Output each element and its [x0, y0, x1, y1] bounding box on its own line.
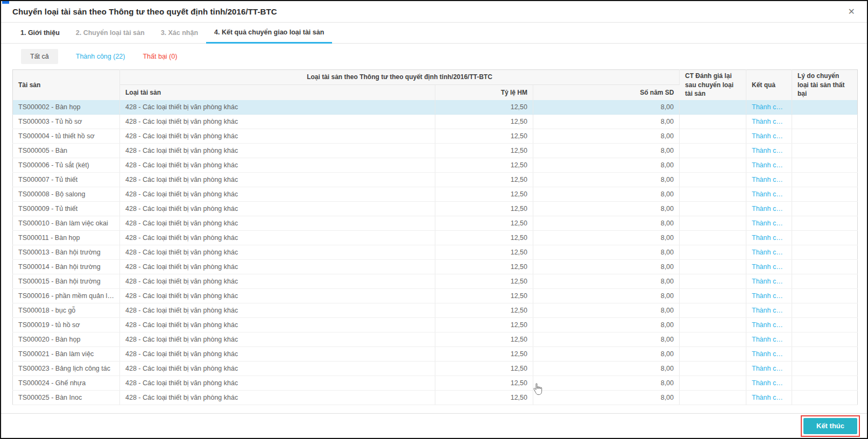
step-chuyen-loai[interactable]: 2. Chuyển loại tài sản — [68, 23, 153, 43]
cell-type: 428 - Các loại thiết bị văn phòng khác — [120, 274, 435, 289]
cell-result: Thành công — [746, 362, 792, 376]
cell-rate: 12,50 — [435, 187, 533, 202]
cell-years: 8,00 — [533, 332, 680, 347]
cell-ct — [680, 318, 746, 332]
table-row[interactable]: TS000007 - Tủ thiết428 - Các loại thiết … — [13, 173, 858, 187]
table-row[interactable]: TS000006 - Tủ sắt (két)428 - Các loại th… — [13, 158, 858, 173]
cell-result: Thành công — [746, 216, 792, 231]
cell-rate: 12,50 — [435, 362, 533, 376]
cell-type: 428 - Các loại thiết bị văn phòng khác — [120, 260, 435, 274]
table-row[interactable]: TS000013 - Bàn hội trường428 - Các loại … — [13, 245, 858, 260]
table-row[interactable]: TS000025 - Bàn Inoc428 - Các loại thiết … — [13, 391, 858, 405]
cell-ct — [680, 173, 746, 187]
cell-asset: TS000011 - Bàn họp — [13, 231, 120, 245]
cell-years: 8,00 — [533, 100, 680, 115]
step-gioi-thieu[interactable]: 1. Giới thiệu — [12, 23, 68, 43]
table-row[interactable]: TS000002 - Bàn họp428 - Các loại thiết b… — [13, 100, 858, 115]
table-row[interactable]: TS000004 - tủ thiết hồ sơ428 - Các loại … — [13, 129, 858, 144]
cell-ct — [680, 245, 746, 260]
table-row[interactable]: TS000020 - Bàn họp428 - Các loại thiết b… — [13, 332, 858, 347]
table-row[interactable]: TS000008 - Bộ salong428 - Các loại thiết… — [13, 187, 858, 202]
cell-type: 428 - Các loại thiết bị văn phòng khác — [120, 318, 435, 332]
cell-years: 8,00 — [533, 347, 680, 362]
screenshot-corner-artifact — [2, 1, 9, 4]
cell-rate: 12,50 — [435, 303, 533, 318]
cell-reason — [792, 144, 858, 158]
table-row[interactable]: TS000024 - Ghế nhựa428 - Các loại thiết … — [13, 376, 858, 391]
cell-result: Thành công — [746, 245, 792, 260]
cell-result: Thành công — [746, 173, 792, 187]
table-row[interactable]: TS000014 - Bàn hội trường428 - Các loại … — [13, 260, 858, 274]
filter-fail[interactable]: Thất bại (0) — [143, 53, 177, 60]
cell-years: 8,00 — [533, 144, 680, 158]
cell-result: Thành công — [746, 391, 792, 405]
cell-asset: TS000021 - Bàn làm việc — [13, 347, 120, 362]
cell-type: 428 - Các loại thiết bị văn phòng khác — [120, 347, 435, 362]
finish-button[interactable]: Kết thúc — [803, 418, 857, 434]
cell-rate: 12,50 — [435, 100, 533, 115]
cell-rate: 12,50 — [435, 245, 533, 260]
cell-ct — [680, 115, 746, 129]
cell-rate: 12,50 — [435, 231, 533, 245]
cell-result: Thành công — [746, 303, 792, 318]
cell-asset: TS000002 - Bàn họp — [13, 100, 120, 115]
table-row[interactable]: TS000009 - Tủ thiết428 - Các loại thiết … — [13, 202, 858, 216]
col-group-header: Loại tài sản theo Thông tư theo quyết đị… — [120, 70, 680, 85]
cell-reason — [792, 129, 858, 144]
table-row[interactable]: TS000015 - Bàn hội trường428 - Các loại … — [13, 274, 858, 289]
cell-result: Thành công — [746, 332, 792, 347]
cell-ct — [680, 158, 746, 173]
table-row[interactable]: TS000003 - Tủ hồ sơ428 - Các loại thiết … — [13, 115, 858, 129]
cell-type: 428 - Các loại thiết bị văn phòng khác — [120, 245, 435, 260]
table-row[interactable]: TS000021 - Bàn làm việc428 - Các loại th… — [13, 347, 858, 362]
cell-asset: TS000020 - Bàn họp — [13, 332, 120, 347]
cell-reason — [792, 347, 858, 362]
cell-asset: TS000024 - Ghế nhựa — [13, 376, 120, 391]
cell-years: 8,00 — [533, 303, 680, 318]
cell-rate: 12,50 — [435, 115, 533, 129]
col-header-asset: Tài sản — [13, 70, 120, 100]
cell-type: 428 - Các loại thiết bị văn phòng khác — [120, 362, 435, 376]
table-row[interactable]: TS000010 - Bàn làm việc okai428 - Các lo… — [13, 216, 858, 231]
step-xac-nhan[interactable]: 3. Xác nhận — [153, 23, 206, 43]
cell-reason — [792, 173, 858, 187]
cell-ct — [680, 187, 746, 202]
cell-years: 8,00 — [533, 158, 680, 173]
wizard-steps: 1. Giới thiệu 2. Chuyển loại tài sản 3. … — [1, 23, 867, 44]
cell-rate: 12,50 — [435, 216, 533, 231]
table-row[interactable]: TS000019 - tủ hồ sơ428 - Các loại thiết … — [13, 318, 858, 332]
result-filter-bar: Tất cả Thành công (22) Thất bại (0) — [1, 44, 867, 69]
dialog-footer: Kết thúc — [1, 413, 867, 438]
cell-rate: 12,50 — [435, 260, 533, 274]
table-row[interactable]: TS000016 - phần mềm quản lý tài sản428 -… — [13, 289, 858, 303]
filter-all[interactable]: Tất cả — [21, 49, 58, 64]
cell-years: 8,00 — [533, 260, 680, 274]
cell-asset: TS000010 - Bàn làm việc okai — [13, 216, 120, 231]
table-row[interactable]: TS000023 - Bảng lịch công tác428 - Các l… — [13, 362, 858, 376]
cell-asset: TS000003 - Tủ hồ sơ — [13, 115, 120, 129]
table-row[interactable]: TS000018 - bục gỗ428 - Các loại thiết bị… — [13, 303, 858, 318]
cell-reason — [792, 231, 858, 245]
cell-ct — [680, 202, 746, 216]
cell-type: 428 - Các loại thiết bị văn phòng khác — [120, 289, 435, 303]
cell-type: 428 - Các loại thiết bị văn phòng khác — [120, 202, 435, 216]
results-table-area: Tài sản Loại tài sản theo Thông tư theo … — [1, 69, 867, 413]
table-row[interactable]: TS000005 - Bàn428 - Các loại thiết bị vă… — [13, 144, 858, 158]
cell-ct — [680, 274, 746, 289]
cell-rate: 12,50 — [435, 332, 533, 347]
close-icon[interactable]: ✕ — [846, 6, 857, 17]
cell-type: 428 - Các loại thiết bị văn phòng khác — [120, 100, 435, 115]
cell-years: 8,00 — [533, 289, 680, 303]
cell-ct — [680, 332, 746, 347]
cell-rate: 12,50 — [435, 158, 533, 173]
cell-result: Thành công — [746, 158, 792, 173]
filter-success[interactable]: Thành công (22) — [76, 53, 125, 60]
step-ket-qua[interactable]: 4. Kết quả chuyển giao loại tài sản — [206, 23, 332, 44]
cell-years: 8,00 — [533, 187, 680, 202]
cell-result: Thành công — [746, 376, 792, 391]
cell-reason — [792, 303, 858, 318]
cell-reason — [792, 115, 858, 129]
cell-type: 428 - Các loại thiết bị văn phòng khác — [120, 158, 435, 173]
dialog-title: Chuyển loại tài sản theo Thông tư theo q… — [12, 7, 846, 16]
table-row[interactable]: TS000011 - Bàn họp428 - Các loại thiết b… — [13, 231, 858, 245]
